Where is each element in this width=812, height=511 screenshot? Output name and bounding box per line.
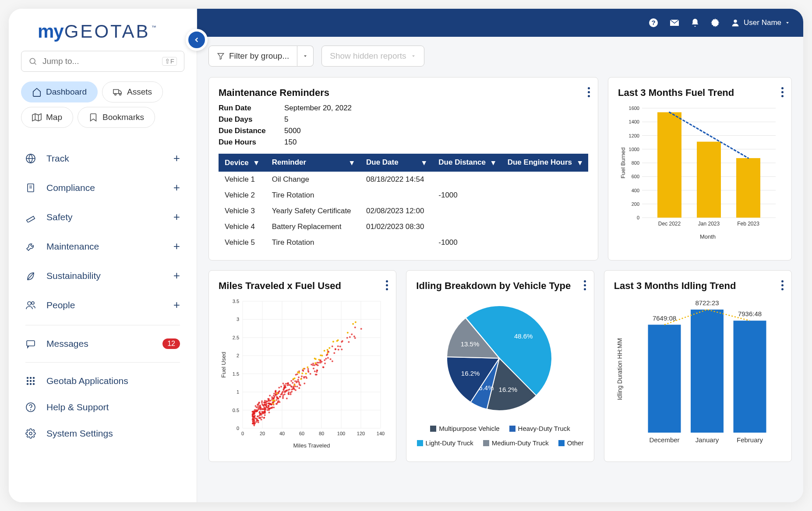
scatter-card: Miles Traveled x Fuel Used 0204060801001…: [208, 270, 396, 462]
help-button[interactable]: ?: [648, 18, 659, 28]
col-duedist[interactable]: Due Distance ▾: [432, 154, 501, 172]
pill-assets[interactable]: Assets: [102, 81, 163, 102]
svg-text:Miles Traveled: Miles Traveled: [293, 442, 330, 449]
nav-settings[interactable]: System Settings: [21, 420, 184, 447]
svg-point-14: [28, 302, 31, 305]
nav-maintenance[interactable]: Maintenance+: [21, 232, 184, 261]
svg-point-342: [259, 405, 261, 406]
svg-point-347: [319, 360, 321, 362]
svg-point-281: [298, 382, 300, 384]
pill-dashboard[interactable]: Dashboard: [21, 81, 98, 102]
svg-rect-486: [691, 310, 724, 433]
show-hidden-reports-button[interactable]: Show hidden reports: [321, 46, 424, 67]
nav-people[interactable]: People+: [21, 290, 184, 320]
nav-help[interactable]: Help & Support: [21, 394, 184, 420]
card-menu-button[interactable]: [588, 87, 590, 97]
svg-point-32: [734, 20, 737, 23]
table-row[interactable]: Vehicle 2Tire Rotation-1000: [219, 187, 588, 203]
svg-text:0: 0: [637, 215, 639, 220]
card-menu-button[interactable]: [584, 280, 586, 290]
svg-point-333: [252, 420, 254, 422]
svg-text:2.5: 2.5: [233, 335, 239, 340]
nav-primary: Track+ Compliance+ Safety+ Maintenance+ …: [21, 141, 184, 447]
svg-point-344: [278, 387, 280, 388]
mail-button[interactable]: [669, 18, 680, 28]
col-reminder[interactable]: Reminder ▾: [266, 154, 360, 172]
legend-item: Heavy-Duty Truck: [509, 425, 570, 432]
svg-point-291: [338, 349, 339, 350]
svg-point-419: [306, 377, 307, 379]
svg-point-398: [258, 402, 260, 403]
svg-rect-55: [657, 112, 681, 218]
table-row[interactable]: Vehicle 3Yearly Safety Certificate02/08/…: [219, 203, 588, 219]
svg-point-258: [256, 421, 258, 423]
table-row[interactable]: Vehicle 5Tire Rotation-1000: [219, 235, 588, 250]
nav-safety[interactable]: Safety+: [21, 202, 184, 232]
svg-text:3: 3: [237, 317, 239, 322]
legend-label: Heavy-Duty Truck: [518, 425, 570, 432]
svg-text:60: 60: [299, 431, 304, 436]
svg-point-173: [312, 364, 314, 366]
svg-rect-59: [736, 158, 760, 218]
svg-point-321: [262, 412, 264, 414]
col-duedate[interactable]: Due Date ▾: [360, 154, 432, 172]
table-row[interactable]: Vehicle 4Battery Replacement01/02/2023 0…: [219, 219, 588, 235]
svg-point-439: [295, 389, 297, 391]
svg-point-429: [253, 413, 255, 415]
legend-label: Other: [567, 439, 584, 447]
ruler-icon: [25, 212, 36, 222]
table-row[interactable]: Vehicle 1Oil Change08/18/2022 14:54: [219, 172, 588, 187]
svg-point-286: [283, 389, 285, 391]
pill-bookmarks[interactable]: Bookmarks: [78, 107, 155, 128]
card-menu-button[interactable]: [386, 280, 388, 290]
svg-point-234: [296, 386, 298, 388]
filter-dropdown-toggle[interactable]: [297, 46, 314, 67]
settings-button[interactable]: [710, 18, 720, 28]
chevron-down-icon: [411, 53, 416, 59]
bell-button[interactable]: [690, 18, 700, 28]
search-input[interactable]: [42, 56, 162, 66]
table-cell: Tire Rotation: [266, 235, 360, 250]
nav-messages[interactable]: Messages12: [21, 331, 184, 357]
filter-icon: [217, 52, 225, 60]
table-cell: -1000: [432, 187, 501, 203]
collapse-sidebar-button[interactable]: [186, 29, 208, 51]
svg-point-423: [316, 370, 318, 371]
svg-text:20: 20: [260, 431, 265, 436]
nav-compliance[interactable]: Compliance+: [21, 173, 184, 202]
legend-swatch: [417, 440, 423, 446]
filter-by-group-button[interactable]: Filter by group...: [208, 46, 297, 67]
filter-group: Filter by group...: [208, 46, 314, 67]
pill-map[interactable]: Map: [21, 107, 73, 128]
svg-point-221: [264, 400, 266, 402]
svg-point-441: [326, 353, 328, 355]
search-input-container[interactable]: ⇧F: [21, 51, 184, 72]
pie-card: Idling Breakdown by Vehicle Type 48.6%16…: [406, 270, 594, 462]
svg-point-467: [352, 323, 354, 325]
meta-val: 5000: [284, 127, 588, 135]
svg-point-388: [332, 345, 333, 347]
table-cell: Battery Replacement: [266, 219, 360, 235]
nav-sustainability[interactable]: Sustainability+: [21, 261, 184, 290]
bookmark-icon: [88, 113, 98, 122]
svg-text:120: 120: [357, 431, 365, 436]
svg-point-430: [264, 411, 265, 412]
svg-point-416: [262, 405, 264, 406]
svg-point-362: [265, 402, 267, 404]
svg-point-459: [293, 378, 294, 380]
nav-applications[interactable]: Geotab Applications: [21, 368, 184, 394]
svg-text:0.5: 0.5: [233, 408, 239, 413]
svg-point-24: [30, 384, 31, 384]
filter-bar: Filter by group... Show hidden reports: [197, 37, 803, 75]
svg-point-463: [336, 340, 338, 342]
col-duehours[interactable]: Due Engine Hours ▾: [501, 154, 588, 172]
svg-point-157: [261, 402, 263, 404]
card-menu-button[interactable]: [781, 87, 784, 97]
nav-track[interactable]: Track+: [21, 144, 184, 173]
svg-point-379: [258, 420, 259, 422]
svg-point-440: [296, 381, 297, 383]
card-menu-button[interactable]: [781, 280, 784, 290]
user-menu[interactable]: User Name: [731, 18, 790, 28]
svg-point-367: [263, 417, 265, 419]
col-device[interactable]: Device ▾: [219, 154, 266, 172]
